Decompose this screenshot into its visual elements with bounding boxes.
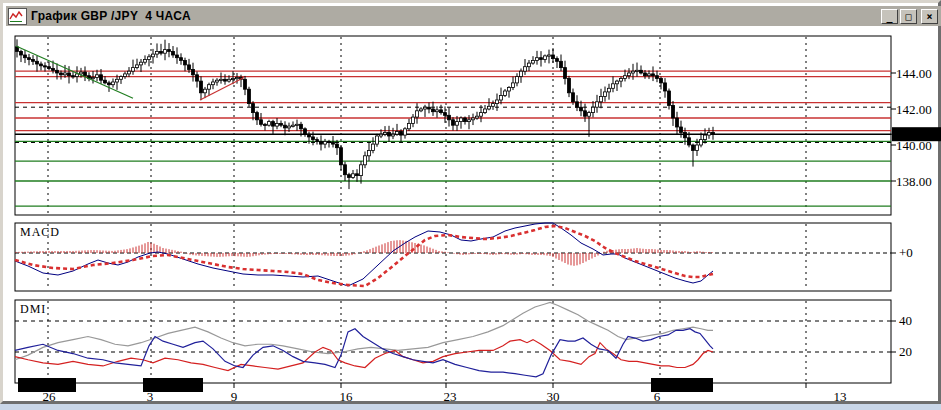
macd-panel-label: MACD	[20, 225, 60, 239]
svg-text:30: 30	[547, 389, 560, 404]
svg-text:16: 16	[340, 389, 354, 404]
dmi-40-label: 40	[899, 313, 912, 328]
svg-text:140.60: 140.60	[895, 127, 931, 142]
svg-text:138.00: 138.00	[896, 174, 932, 189]
dmi-panel-label: DMI	[20, 302, 46, 316]
svg-text:23: 23	[444, 389, 457, 404]
chart-canvas[interactable]: 144.00142.00140.00138.00140.602639162330…	[3, 3, 941, 407]
svg-text:13: 13	[834, 389, 847, 404]
svg-text:9: 9	[231, 389, 238, 404]
svg-text:Янв 2017: Янв 2017	[147, 377, 199, 392]
dmi-20-label: 20	[899, 344, 912, 359]
macd-zero-label: +0	[899, 245, 913, 260]
svg-text:Дек 2016: Дек 2016	[22, 377, 73, 392]
generated-chart-layers: 144.00142.00140.00138.00140.602639162330…	[15, 36, 941, 404]
svg-text:Фев 2017: Фев 2017	[656, 377, 708, 392]
svg-text:144.00: 144.00	[896, 66, 932, 81]
svg-text:142.00: 142.00	[896, 102, 932, 117]
chart-window: График GBP /JPY 4 ЧАСА _ □ × 144.00142.0…	[0, 0, 941, 404]
